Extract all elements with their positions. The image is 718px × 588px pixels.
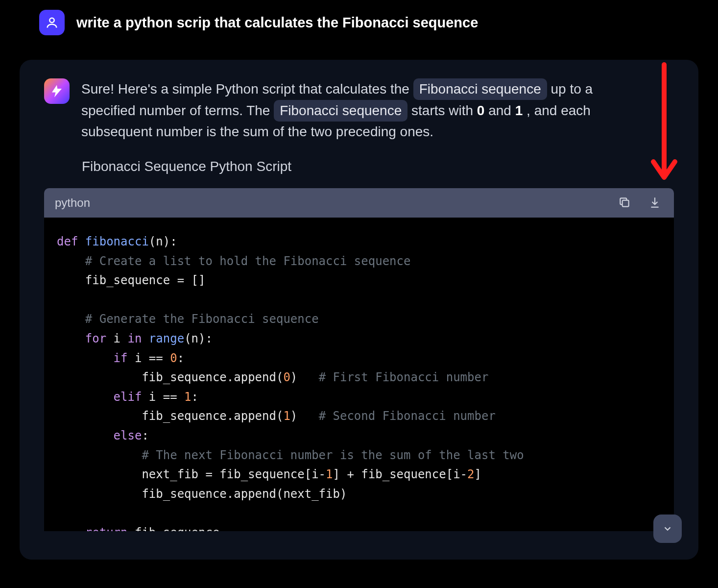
code-token: i == bbox=[128, 351, 170, 365]
code-token: fibonacci bbox=[78, 235, 149, 248]
assistant-message-card: Sure! Here's a simple Python script that… bbox=[20, 60, 698, 560]
code-token: elif bbox=[57, 390, 142, 404]
code-token: : bbox=[177, 351, 184, 365]
text-fragment: and bbox=[488, 103, 515, 118]
code-token: fib_sequence.append(next_fib) bbox=[57, 487, 347, 501]
chevron-down-icon bbox=[662, 523, 673, 534]
code-token: range bbox=[142, 332, 184, 345]
copy-code-button[interactable] bbox=[616, 194, 633, 212]
code-token: def bbox=[57, 235, 78, 248]
code-token: (n): bbox=[149, 235, 177, 248]
user-message-row: write a python scrip that calculates the… bbox=[0, 0, 718, 45]
code-token: fib_sequence.append( bbox=[57, 409, 283, 423]
code-token: fib_sequence.append( bbox=[57, 370, 283, 384]
code-token: 2 bbox=[467, 467, 474, 481]
code-body: def fibonacci(n): # Create a list to hol… bbox=[44, 218, 674, 531]
code-token: fib_sequence bbox=[128, 526, 220, 531]
scroll-down-button[interactable] bbox=[653, 514, 682, 543]
svg-rect-1 bbox=[622, 200, 629, 206]
user-prompt-text: write a python scrip that calculates the… bbox=[76, 15, 478, 31]
code-token: 1 bbox=[326, 467, 333, 481]
code-token: else bbox=[57, 429, 142, 442]
fibonacci-pill-1[interactable]: Fibonacci sequence bbox=[413, 78, 547, 100]
code-token: next_fib = fib_sequence[i- bbox=[57, 467, 326, 481]
assistant-header: Sure! Here's a simple Python script that… bbox=[44, 78, 674, 142]
code-token: ) bbox=[290, 370, 319, 384]
fibonacci-pill-2[interactable]: Fibonacci sequence bbox=[274, 100, 407, 122]
assistant-avatar bbox=[44, 78, 70, 104]
code-token: # First Fibonacci number bbox=[319, 370, 489, 384]
code-language-label: python bbox=[55, 196, 90, 210]
code-token: 0 bbox=[170, 351, 177, 365]
download-icon bbox=[648, 196, 661, 209]
code-token: 1 bbox=[184, 390, 191, 404]
bold-zero: 0 bbox=[477, 103, 485, 118]
code-token: i == bbox=[142, 390, 184, 404]
code-block: python def fibonacci(n): # C bbox=[44, 188, 674, 531]
code-toolbar: python bbox=[44, 188, 674, 218]
text-fragment: starts with bbox=[411, 103, 477, 118]
code-token: 0 bbox=[283, 370, 290, 384]
code-token: return bbox=[57, 526, 128, 531]
code-token: 1 bbox=[283, 409, 290, 423]
code-token: fib_sequence = [] bbox=[57, 273, 205, 287]
assistant-intro-text: Sure! Here's a simple Python script that… bbox=[81, 78, 620, 142]
assistant-logo-icon bbox=[49, 84, 64, 98]
code-token: in bbox=[128, 332, 142, 345]
bold-one: 1 bbox=[515, 103, 523, 118]
code-token: if bbox=[57, 351, 128, 365]
text-fragment: Sure! Here's a simple Python script that… bbox=[81, 81, 413, 97]
code-token: i bbox=[106, 332, 127, 345]
download-code-button[interactable] bbox=[646, 194, 663, 212]
user-icon bbox=[45, 16, 59, 29]
svg-point-0 bbox=[49, 18, 54, 23]
code-token: ) bbox=[290, 409, 319, 423]
code-actions bbox=[616, 194, 663, 212]
code-token: (n): bbox=[184, 332, 213, 345]
code-token: # Generate the Fibonacci sequence bbox=[57, 312, 319, 326]
copy-icon bbox=[618, 196, 631, 209]
code-token: ] bbox=[475, 467, 481, 481]
code-token: : bbox=[191, 390, 198, 404]
code-token: : bbox=[142, 429, 148, 442]
user-avatar bbox=[39, 10, 65, 35]
script-title: Fibonacci Sequence Python Script bbox=[82, 159, 674, 174]
code-token: # The next Fibonacci number is the sum o… bbox=[57, 448, 524, 462]
code-token: for bbox=[57, 332, 106, 345]
code-token: # Second Fibonacci number bbox=[319, 409, 496, 423]
code-token: ] + fib_sequence[i- bbox=[333, 467, 468, 481]
code-token: # Create a list to hold the Fibonacci se… bbox=[57, 254, 410, 268]
